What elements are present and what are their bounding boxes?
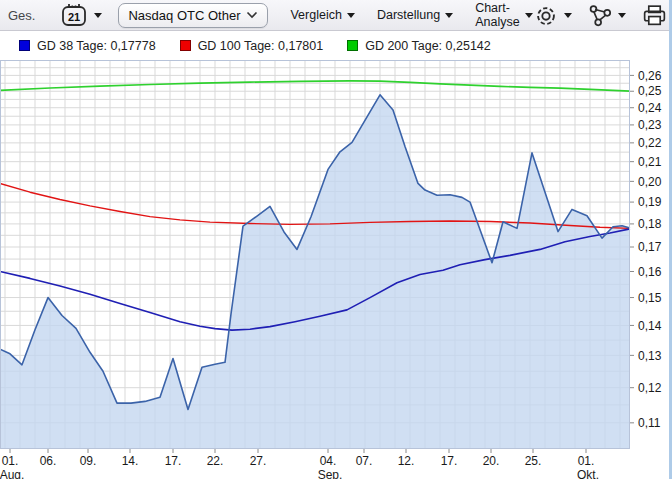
legend-label: GD 100 Tage: 0,17801 <box>198 39 324 53</box>
share-nodes-icon <box>587 2 613 28</box>
y-tick-label: 0,12 <box>638 381 662 395</box>
y-tick-label: 0,20 <box>638 175 662 189</box>
settings-button[interactable] <box>533 2 572 28</box>
menu-vergleich[interactable]: Vergleich <box>290 8 354 22</box>
y-tick-label: 0,11 <box>638 416 661 430</box>
gd100-swatch <box>180 40 191 51</box>
svg-text:21: 21 <box>68 11 80 23</box>
x-tick-sublabel: Aug. <box>0 468 24 479</box>
y-tick-label: 0,14 <box>638 319 662 333</box>
gd38-swatch <box>19 40 30 51</box>
x-tick-label: 17. <box>165 454 182 468</box>
x-tick-label: 12. <box>398 454 415 468</box>
y-tick-label: 0,19 <box>638 195 662 209</box>
chevron-down-icon <box>445 13 453 18</box>
menu-darstellung[interactable]: Darstellung <box>377 8 453 22</box>
legend-item-gd200: GD 200 Tage: 0,25142 <box>347 39 491 53</box>
chart-window: Ges. 21 Nasdaq OTC Other Vergleich Darst… <box>0 0 672 479</box>
chevron-down-icon <box>94 13 102 18</box>
chevron-down-icon <box>564 13 572 18</box>
legend-item-gd100: GD 100 Tage: 0,17801 <box>180 39 324 53</box>
chevron-down-icon <box>246 11 258 19</box>
chart-svg[interactable]: 0,260,250,240,230,220,210,200,190,180,17… <box>0 60 672 479</box>
x-tick-label: 07. <box>356 454 373 468</box>
y-tick-label: 0,25 <box>638 84 662 98</box>
chevron-down-icon <box>347 13 355 18</box>
symbol-select[interactable]: Nasdaq OTC Other <box>118 3 268 28</box>
x-tick-label: 22. <box>207 454 224 468</box>
chevron-down-icon <box>525 13 533 18</box>
gd200-swatch <box>347 40 358 51</box>
y-tick-label: 0,16 <box>638 265 662 279</box>
gear-icon <box>533 2 559 28</box>
legend-item-gd38: GD 38 Tage: 0,17778 <box>19 39 156 53</box>
x-tick-label: 09. <box>80 454 97 468</box>
y-tick-label: 0,15 <box>638 291 662 305</box>
legend-label: GD 200 Tage: 0,25142 <box>365 39 491 53</box>
y-tick-label: 0,18 <box>638 217 662 231</box>
printer-icon <box>641 2 668 28</box>
x-tick-label: 14. <box>122 454 139 468</box>
print-button[interactable] <box>641 2 668 28</box>
calendar-icon: 21 <box>59 2 89 28</box>
x-tick-label: 04. <box>320 454 337 468</box>
x-tick-label: 01. <box>578 454 595 468</box>
symbol-select-value: Nasdaq OTC Other <box>128 8 240 23</box>
x-tick-label: 25. <box>525 454 542 468</box>
legend-label: GD 38 Tage: 0,17778 <box>37 39 156 53</box>
y-tick-label: 0,21 <box>638 155 662 169</box>
y-tick-label: 0,17 <box>638 240 662 254</box>
y-tick-label: 0,23 <box>638 118 662 132</box>
calendar-button[interactable]: 21 <box>59 2 102 28</box>
y-tick-label: 0,24 <box>638 101 662 115</box>
x-tick-label: 01. <box>2 454 19 468</box>
y-tick-label: 0,13 <box>638 349 662 363</box>
toolbar: Ges. 21 Nasdaq OTC Other Vergleich Darst… <box>0 0 669 31</box>
toolbar-icon-group <box>533 2 672 28</box>
indicators-button[interactable] <box>587 2 626 28</box>
x-tick-label: 20. <box>483 454 500 468</box>
x-tick-label: 06. <box>40 454 57 468</box>
y-tick-label: 0,26 <box>638 69 662 83</box>
legend: GD 38 Tage: 0,17778 GD 100 Tage: 0,17801… <box>0 32 669 59</box>
x-tick-sublabel: Sep. <box>318 468 343 479</box>
period-label: Ges. <box>8 8 35 23</box>
x-tick-sublabel: Okt. <box>577 468 599 479</box>
x-tick-label: 17. <box>441 454 458 468</box>
y-tick-label: 0,22 <box>638 136 662 150</box>
x-tick-label: 27. <box>250 454 267 468</box>
chevron-down-icon <box>618 13 626 18</box>
menu-chart-analyse[interactable]: Chart-Analyse <box>475 1 532 29</box>
